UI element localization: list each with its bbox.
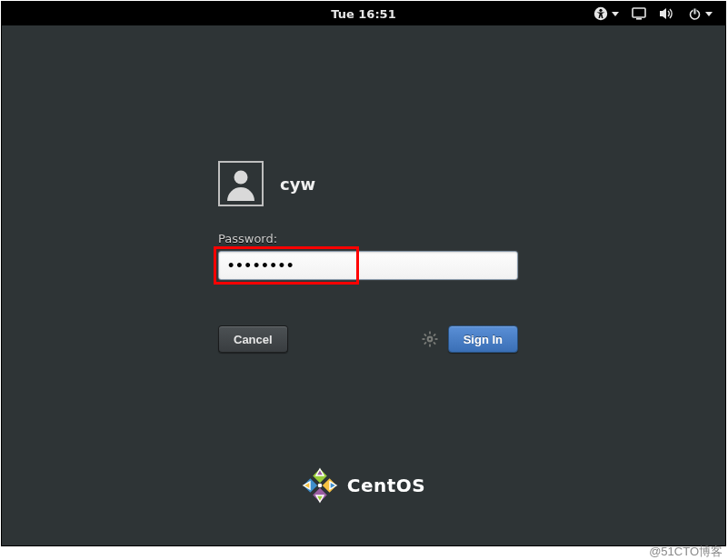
gear-icon xyxy=(422,331,438,347)
svg-point-22 xyxy=(317,484,322,488)
svg-rect-9 xyxy=(429,332,431,335)
power-menu[interactable] xyxy=(688,7,713,21)
sign-in-button[interactable]: Sign In xyxy=(448,325,518,353)
password-label: Password: xyxy=(218,232,518,245)
avatar xyxy=(218,161,264,206)
screen-icon xyxy=(632,7,646,20)
top-bar: Tue 16:51 xyxy=(2,2,725,25)
centos-logo-icon xyxy=(302,467,338,504)
screen-menu[interactable] xyxy=(632,7,646,20)
svg-point-17 xyxy=(428,338,431,341)
volume-menu[interactable] xyxy=(659,7,675,20)
system-tray xyxy=(593,6,725,21)
power-icon xyxy=(688,7,702,21)
volume-icon xyxy=(659,7,675,20)
svg-rect-2 xyxy=(633,8,645,17)
svg-rect-13 xyxy=(424,334,426,336)
cancel-button[interactable]: Cancel xyxy=(218,325,288,353)
svg-rect-16 xyxy=(433,334,435,336)
chevron-down-icon xyxy=(705,12,713,16)
svg-rect-15 xyxy=(424,342,426,345)
footer: CentOS xyxy=(2,467,725,504)
svg-rect-14 xyxy=(433,342,435,345)
session-options-button[interactable] xyxy=(421,330,439,348)
svg-point-7 xyxy=(234,171,248,185)
login-panel: cyw Password: Cancel xyxy=(218,161,518,353)
watermark: @51CTO博客 xyxy=(649,544,723,560)
avatar-icon xyxy=(224,166,258,201)
svg-rect-12 xyxy=(434,338,437,340)
distro-name: CentOS xyxy=(347,475,425,496)
username-label: cyw xyxy=(280,175,315,194)
svg-point-1 xyxy=(599,9,602,12)
svg-rect-11 xyxy=(422,338,424,340)
clock[interactable]: Tue 16:51 xyxy=(331,7,395,21)
password-field-wrap xyxy=(218,251,518,280)
button-row: Cancel xyxy=(218,325,518,353)
svg-rect-10 xyxy=(429,345,431,347)
user-row: cyw xyxy=(218,161,518,206)
desktop-screen: Tue 16:51 xyxy=(1,1,726,546)
svg-rect-3 xyxy=(636,18,642,20)
chevron-down-icon xyxy=(612,12,619,16)
accessibility-icon xyxy=(593,6,608,21)
accessibility-menu[interactable] xyxy=(593,6,619,21)
password-input[interactable] xyxy=(218,251,518,280)
